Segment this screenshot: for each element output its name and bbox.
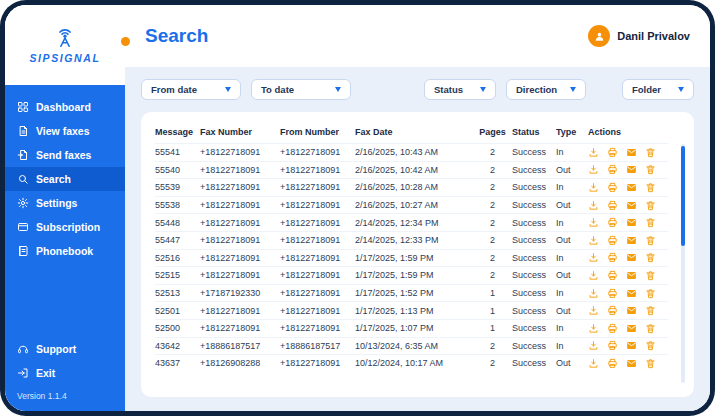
table-row: 43637+18126908288+1812271809110/12/2024,… [155, 354, 668, 372]
email-button[interactable] [626, 323, 637, 334]
email-icon [626, 217, 637, 228]
download-button[interactable] [588, 323, 599, 334]
delete-button[interactable] [645, 164, 656, 175]
print-button[interactable] [607, 235, 618, 246]
delete-button[interactable] [645, 217, 656, 228]
email-icon [626, 252, 637, 263]
print-button[interactable] [607, 270, 618, 281]
print-button[interactable] [607, 182, 618, 193]
download-button[interactable] [588, 305, 599, 316]
email-button[interactable] [626, 235, 637, 246]
download-button[interactable] [588, 340, 599, 351]
delete-button[interactable] [645, 340, 656, 351]
download-button[interactable] [588, 270, 599, 281]
print-button[interactable] [607, 340, 618, 351]
scrollbar-thumb[interactable] [681, 146, 685, 246]
delete-icon [645, 164, 656, 175]
filter-label: To date [261, 84, 294, 95]
sidebar-item-search[interactable]: Search [5, 167, 125, 191]
print-button[interactable] [607, 323, 618, 334]
cell-from-number: +18122718091 [280, 323, 355, 333]
delete-button[interactable] [645, 270, 656, 281]
download-button[interactable] [588, 235, 599, 246]
email-button[interactable] [626, 252, 637, 263]
email-button[interactable] [626, 182, 637, 193]
sidebar-item-settings[interactable]: Settings [5, 191, 125, 215]
delete-button[interactable] [645, 235, 656, 246]
download-icon [588, 288, 599, 299]
exit-icon [17, 367, 29, 379]
delete-button[interactable] [645, 288, 656, 299]
cell-fax-date: 1/17/2025, 1:59 PM [355, 253, 473, 263]
print-button[interactable] [607, 252, 618, 263]
sidebar-item-support[interactable]: Support [5, 337, 125, 361]
print-button[interactable] [607, 358, 618, 369]
download-button[interactable] [588, 200, 599, 211]
filter-status[interactable]: Status [424, 79, 496, 100]
delete-button[interactable] [645, 182, 656, 193]
download-button[interactable] [588, 164, 599, 175]
email-button[interactable] [626, 305, 637, 316]
sidebar-toggle-dot[interactable] [121, 37, 130, 46]
table-scrollbar[interactable] [681, 144, 685, 383]
row-actions [588, 270, 668, 281]
print-button[interactable] [607, 200, 618, 211]
delete-button[interactable] [645, 200, 656, 211]
sidebar-item-exit[interactable]: Exit [5, 361, 125, 385]
delete-button[interactable] [645, 358, 656, 369]
cell-type: In [556, 341, 588, 351]
download-button[interactable] [588, 217, 599, 228]
column-header: Pages [473, 127, 512, 137]
filter-from-date[interactable]: From date [141, 79, 241, 100]
print-button[interactable] [607, 217, 618, 228]
email-icon [626, 270, 637, 281]
send-faxes-icon [17, 149, 29, 161]
sidebar-item-send-faxes[interactable]: Send faxes [5, 143, 125, 167]
table-row: 52515+18122718091+181227180911/17/2025, … [155, 266, 668, 284]
print-button[interactable] [607, 164, 618, 175]
download-button[interactable] [588, 182, 599, 193]
cell-type: Out [556, 358, 588, 368]
table-row: 52516+18122718091+181227180911/17/2025, … [155, 249, 668, 267]
filter-to-date[interactable]: To date [251, 79, 351, 100]
email-button[interactable] [626, 217, 637, 228]
delete-button[interactable] [645, 147, 656, 158]
delete-icon [645, 323, 656, 334]
print-icon [607, 323, 618, 334]
email-button[interactable] [626, 340, 637, 351]
email-button[interactable] [626, 358, 637, 369]
email-button[interactable] [626, 200, 637, 211]
delete-button[interactable] [645, 323, 656, 334]
user-menu[interactable]: Danil Privalov [588, 25, 690, 47]
print-button[interactable] [607, 288, 618, 299]
email-button[interactable] [626, 164, 637, 175]
sidebar-footer: SupportExit [5, 337, 125, 389]
column-header: Fax Number [200, 127, 280, 137]
download-icon [588, 323, 599, 334]
row-actions [588, 200, 668, 211]
delete-button[interactable] [645, 252, 656, 263]
sidebar-item-phonebook[interactable]: Phonebook [5, 239, 125, 263]
delete-button[interactable] [645, 305, 656, 316]
column-header: Status [512, 127, 556, 137]
sidebar-item-subscription[interactable]: Subscription [5, 215, 125, 239]
email-button[interactable] [626, 270, 637, 281]
download-button[interactable] [588, 288, 599, 299]
download-button[interactable] [588, 358, 599, 369]
sidebar-item-view-faxes[interactable]: View faxes [5, 119, 125, 143]
delete-icon [645, 235, 656, 246]
cell-pages: 2 [473, 235, 512, 245]
cell-status: Success [512, 253, 556, 263]
sidebar-item-dashboard[interactable]: Dashboard [5, 95, 125, 119]
filter-direction[interactable]: Direction [506, 79, 586, 100]
email-button[interactable] [626, 147, 637, 158]
download-button[interactable] [588, 252, 599, 263]
filter-folder[interactable]: Folder [622, 79, 694, 100]
email-button[interactable] [626, 288, 637, 299]
row-actions [588, 235, 668, 246]
print-button[interactable] [607, 305, 618, 316]
cell-message: 52516 [155, 253, 200, 263]
cell-fax-date: 2/16/2025, 10:28 AM [355, 182, 473, 192]
download-button[interactable] [588, 147, 599, 158]
print-button[interactable] [607, 147, 618, 158]
